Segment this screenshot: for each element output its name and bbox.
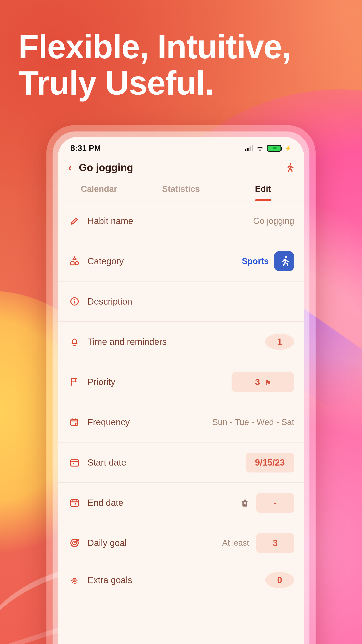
headline-line: Truly Useful. (18, 65, 291, 101)
row-description[interactable]: Description (58, 282, 304, 322)
category-value: Sports (242, 256, 269, 266)
category-badge[interactable] (274, 251, 294, 271)
promo-canvas: Flexible, Intuitive, Truly Useful. 8:31 … (0, 0, 362, 644)
reminders-count-badge: 1 (265, 334, 294, 350)
priority-value: 3 (255, 377, 260, 387)
target-icon (68, 538, 81, 548)
tabs: Calendar Statistics Edit (58, 178, 304, 201)
svg-point-0 (290, 163, 291, 164)
svg-rect-7 (71, 419, 77, 426)
row-label: Description (88, 296, 294, 306)
svg-point-6 (74, 299, 75, 300)
battery-icon: 100 (267, 145, 281, 152)
running-icon[interactable] (284, 162, 294, 173)
row-reminders[interactable]: Time and reminders 1 (58, 322, 304, 362)
back-button[interactable]: ‹ (66, 160, 74, 174)
priority-pill[interactable]: 3 ⚑ (232, 372, 294, 392)
status-right: 100 ⚡ (245, 145, 292, 152)
wifi-icon (256, 145, 264, 151)
row-category[interactable]: Category Sports (58, 241, 304, 282)
svg-point-15 (73, 463, 74, 464)
row-label: Extra goals (88, 575, 265, 585)
frequency-value: Sun - Tue - Wed - Sat (212, 418, 294, 427)
svg-rect-1 (71, 262, 74, 265)
tab-calendar[interactable]: Calendar (58, 178, 140, 200)
row-label: Frequency (88, 417, 212, 427)
charging-icon: ⚡ (285, 145, 292, 152)
row-frequency[interactable]: Frequency Sun - Tue - Wed - Sat (58, 402, 304, 442)
pencil-icon (68, 216, 81, 226)
shapes-icon (68, 256, 81, 266)
phone-mockup: 8:31 PM 100 ⚡ ‹ Go jogging (46, 125, 316, 644)
flag-icon: ⚑ (265, 379, 271, 386)
tab-statistics[interactable]: Statistics (140, 178, 222, 200)
extra-goals-count-badge: 0 (265, 572, 294, 588)
row-label: Daily goal (88, 538, 222, 548)
status-bar: 8:31 PM 100 ⚡ (58, 137, 304, 156)
row-habit-name[interactable]: Habit name Go jogging (58, 201, 304, 241)
info-icon (68, 296, 81, 306)
daily-goal-qualifier: At least (222, 538, 249, 548)
page-title: Go jogging (79, 162, 279, 174)
trash-icon[interactable] (240, 498, 250, 507)
row-daily-goal[interactable]: Daily goal At least 3 (58, 523, 304, 563)
cellular-icon (245, 145, 253, 152)
daily-goal-pill[interactable]: 3 (256, 533, 294, 553)
row-label: Habit name (88, 216, 253, 226)
row-start-date[interactable]: Start date 9/15/23 (58, 442, 304, 483)
svg-point-24 (74, 580, 75, 580)
end-date-pill[interactable]: - (256, 493, 294, 513)
row-label: Category (88, 256, 242, 266)
row-label: Priority (88, 377, 232, 387)
svg-rect-16 (71, 500, 78, 506)
flag-icon (68, 377, 81, 387)
status-time: 8:31 PM (71, 144, 101, 153)
svg-point-2 (75, 262, 78, 265)
row-priority[interactable]: Priority 3 ⚑ (58, 362, 304, 402)
headline-line: Flexible, Intuitive, (18, 28, 291, 65)
row-end-date[interactable]: End date - (58, 483, 304, 523)
row-label: Start date (88, 458, 246, 468)
bullseye-icon (68, 575, 81, 585)
svg-point-3 (285, 256, 287, 258)
habit-name-value: Go jogging (253, 216, 294, 226)
app-header: ‹ Go jogging (58, 156, 304, 178)
settings-list: Habit name Go jogging Category Sports (58, 201, 304, 644)
calendar-dot-icon (68, 498, 81, 508)
row-label: End date (88, 498, 240, 508)
svg-rect-11 (71, 460, 78, 466)
phone-screen: 8:31 PM 100 ⚡ ‹ Go jogging (58, 137, 304, 644)
tab-edit[interactable]: Edit (222, 178, 304, 200)
start-date-pill[interactable]: 9/15/23 (246, 452, 294, 472)
bell-icon (68, 337, 81, 346)
promo-headline: Flexible, Intuitive, Truly Useful. (18, 28, 291, 101)
calendar-repeat-icon (68, 417, 81, 427)
svg-point-20 (75, 503, 76, 505)
row-label: Time and reminders (88, 337, 265, 347)
row-extra-goals[interactable]: Extra goals 0 (58, 563, 304, 597)
calendar-dot-icon (68, 458, 81, 467)
